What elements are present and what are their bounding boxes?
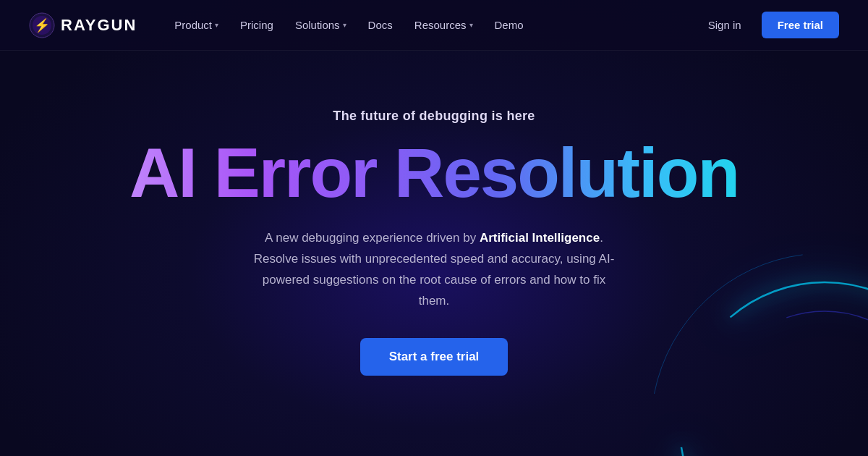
logo-link[interactable]: ⚡ RAYGUN: [29, 12, 137, 38]
nav-resources[interactable]: Resources ▾: [406, 14, 482, 35]
sign-in-button[interactable]: Sign in: [699, 14, 750, 35]
hero-section: The future of debugging is here AI Error…: [0, 51, 868, 376]
logo-icon: ⚡: [29, 12, 55, 38]
hero-desc-text1: A new debugging experience driven by: [265, 231, 480, 245]
free-trial-nav-button[interactable]: Free trial: [762, 12, 839, 38]
nav-product[interactable]: Product ▾: [166, 14, 227, 35]
nav-solutions[interactable]: Solutions ▾: [286, 14, 355, 35]
nav-right: Sign in Free trial: [699, 12, 839, 38]
hero-title: AI Error Resolution: [129, 138, 739, 208]
hero-desc-bold: Artificial Intelligence: [480, 231, 600, 245]
start-free-trial-button[interactable]: Start a free trial: [360, 338, 509, 376]
chevron-down-icon: ▾: [215, 21, 218, 29]
nav-docs[interactable]: Docs: [359, 14, 401, 35]
chevron-down-icon: ▾: [343, 21, 346, 29]
nav-demo[interactable]: Demo: [486, 14, 532, 35]
nav-pricing[interactable]: Pricing: [231, 14, 282, 35]
chevron-down-icon: ▾: [469, 21, 473, 29]
navbar: ⚡ RAYGUN Product ▾ Pricing Solutions ▾ D…: [0, 0, 868, 51]
nav-links: Product ▾ Pricing Solutions ▾ Docs Resou…: [166, 14, 699, 35]
hero-subtitle: The future of debugging is here: [333, 109, 535, 124]
brand-name: RAYGUN: [61, 16, 137, 35]
hero-description: A new debugging experience driven by Art…: [246, 228, 622, 312]
svg-text:⚡: ⚡: [34, 17, 51, 33]
